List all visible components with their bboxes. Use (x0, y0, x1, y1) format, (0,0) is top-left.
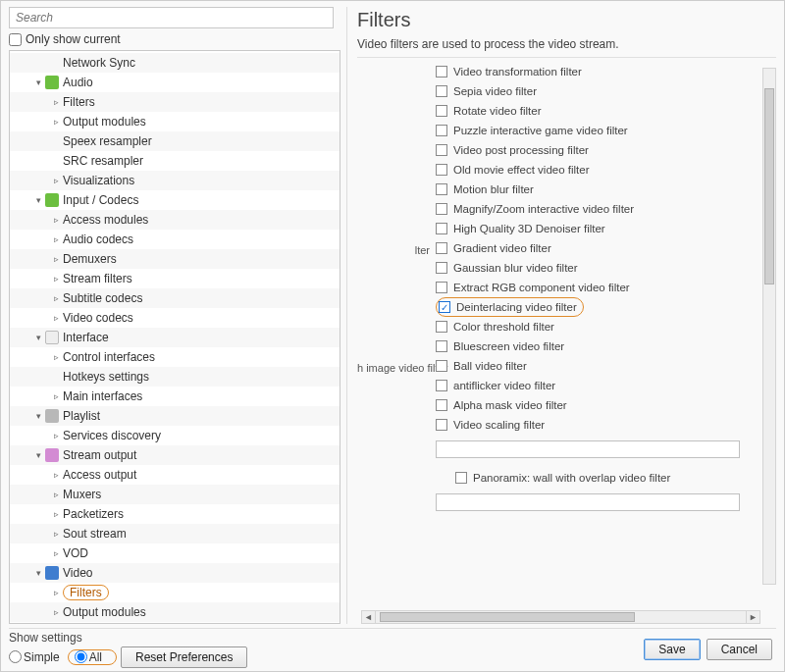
filter-checkbox-row[interactable]: Video transformation filter (436, 62, 776, 81)
checkbox-icon[interactable] (436, 262, 447, 274)
filter-checkbox-row[interactable]: Rotate video filter (436, 101, 776, 121)
expand-arrow-icon[interactable]: ▹ (51, 529, 61, 539)
tree-item[interactable]: Network Sync (10, 53, 340, 73)
tree-item[interactable]: ▹Subtitles / OSD (10, 622, 340, 624)
checkbox-icon[interactable] (436, 183, 447, 195)
filter-checkbox-row[interactable]: antiflicker video filter (436, 376, 776, 395)
expand-arrow-icon[interactable]: ▹ (51, 431, 61, 440)
filter-checkbox-row[interactable]: Magnify/Zoom interactive video filter (436, 199, 776, 219)
only-show-current-box[interactable] (9, 33, 22, 46)
filter-checkbox-row[interactable]: Video scaling filter (436, 415, 776, 435)
checkbox-icon[interactable] (436, 380, 447, 391)
only-show-current-checkbox[interactable]: Only show current (9, 32, 340, 46)
expand-arrow-icon[interactable]: ▹ (51, 352, 61, 362)
tree-item[interactable]: ▹Access modules (10, 210, 340, 230)
checkbox-icon[interactable] (436, 399, 447, 411)
filter-checkbox-row[interactable]: Old movie effect video filter (436, 160, 776, 180)
checkbox-icon[interactable] (436, 340, 447, 352)
checkbox-icon[interactable] (436, 242, 447, 254)
checkbox-icon[interactable] (436, 66, 447, 78)
tree-item[interactable]: ▹Filters (10, 583, 340, 602)
tree-item[interactable]: ▾Interface (10, 328, 340, 347)
filter-checkbox-row[interactable]: Color threshold filter (436, 317, 776, 336)
radio-all-input[interactable] (75, 650, 87, 663)
tree-item[interactable]: SRC resampler (10, 151, 340, 171)
tree-item[interactable]: ▹Subtitle codecs (10, 288, 340, 308)
tree-item[interactable]: ▾Audio (10, 73, 340, 92)
filter-checkbox-row[interactable]: Motion blur filter (436, 180, 776, 199)
scroll-right-icon[interactable]: ► (746, 611, 759, 623)
horizontal-scrollbar[interactable]: ◄ ► (361, 610, 760, 624)
filter-checkbox-row[interactable]: ✓Deinterlacing video filter (436, 297, 584, 317)
checkbox-icon[interactable] (436, 321, 447, 333)
expand-arrow-icon[interactable]: ▹ (51, 117, 61, 127)
expand-arrow-icon[interactable]: ▹ (51, 97, 61, 107)
tree-item[interactable]: ▹Sout stream (10, 524, 340, 543)
tree-item[interactable]: ▹Access output (10, 465, 340, 485)
tree-item[interactable]: ▹Output modules (10, 602, 340, 622)
expand-arrow-icon[interactable]: ▾ (33, 195, 43, 205)
radio-simple[interactable]: Simple (9, 650, 60, 664)
filter-checkbox-row[interactable]: Gradient video filter (436, 238, 776, 258)
tree-item[interactable]: ▹Muxers (10, 485, 340, 504)
expand-arrow-icon[interactable]: ▹ (51, 588, 61, 597)
filter-checkbox-row[interactable]: High Quality 3D Denoiser filter (436, 219, 776, 238)
checkbox-icon[interactable] (436, 125, 447, 136)
tree-item[interactable]: ▹Main interfaces (10, 387, 340, 406)
filter-checkbox-row[interactable]: Gaussian blur video filter (436, 258, 776, 278)
filter-checkbox-row[interactable]: Alpha mask video filter (436, 395, 776, 415)
cancel-button[interactable]: Cancel (706, 639, 772, 660)
save-button[interactable]: Save (644, 639, 700, 660)
expand-arrow-icon[interactable]: ▹ (51, 274, 61, 284)
search-input[interactable] (9, 7, 334, 28)
filter-text-input[interactable] (436, 493, 740, 511)
tree-item[interactable]: ▾Input / Codecs (10, 190, 340, 210)
expand-arrow-icon[interactable]: ▹ (51, 215, 61, 225)
checkbox-icon[interactable] (436, 282, 447, 293)
tree-item[interactable]: ▹Output modules (10, 112, 340, 131)
expand-arrow-icon[interactable]: ▹ (51, 391, 61, 401)
expand-arrow-icon[interactable]: ▹ (51, 607, 61, 617)
tree-item[interactable]: ▾Video (10, 563, 340, 583)
expand-arrow-icon[interactable]: ▹ (51, 176, 61, 185)
tree-item[interactable]: Speex resampler (10, 131, 340, 151)
tree-item[interactable]: ▹Video codecs (10, 308, 340, 328)
filter-checkbox-row[interactable]: Ball video filter (436, 356, 776, 376)
filter-checkbox-row[interactable]: Bluescreen video filter (436, 336, 776, 356)
checkbox-icon[interactable] (436, 85, 447, 97)
radio-all[interactable]: All (75, 650, 102, 664)
expand-arrow-icon[interactable]: ▾ (33, 333, 43, 342)
checkbox-icon[interactable] (436, 105, 447, 117)
tree-item[interactable]: ▹Audio codecs (10, 230, 340, 249)
checkbox-icon[interactable] (436, 144, 447, 156)
expand-arrow-icon[interactable]: ▹ (51, 254, 61, 264)
settings-tree[interactable]: Network Sync▾Audio▹Filters▹Output module… (9, 50, 340, 624)
vertical-scrollbar[interactable] (762, 68, 776, 585)
reset-preferences-button[interactable]: Reset Preferences (121, 646, 247, 668)
expand-arrow-icon[interactable]: ▹ (51, 234, 61, 244)
tree-item[interactable]: Hotkeys settings (10, 367, 340, 387)
scrollbar-thumb[interactable] (764, 88, 774, 284)
checkbox-icon[interactable] (455, 472, 467, 484)
tree-item[interactable]: ▹Demuxers (10, 249, 340, 269)
tree-item[interactable]: ▹VOD (10, 543, 340, 563)
scrollbar-thumb[interactable] (380, 612, 635, 622)
tree-item[interactable]: ▹Control interfaces (10, 347, 340, 367)
expand-arrow-icon[interactable]: ▹ (51, 548, 61, 558)
checkbox-icon[interactable] (436, 164, 447, 176)
panoramix-checkbox-row[interactable]: Panoramix: wall with overlap video filte… (455, 468, 776, 488)
tree-item[interactable]: ▹Visualizations (10, 171, 340, 190)
filter-text-input[interactable] (436, 440, 740, 458)
expand-arrow-icon[interactable]: ▹ (51, 470, 61, 480)
expand-arrow-icon[interactable]: ▹ (51, 313, 61, 323)
filter-checkbox-row[interactable]: Puzzle interactive game video filter (436, 121, 776, 140)
scroll-left-icon[interactable]: ◄ (362, 611, 376, 623)
expand-arrow-icon[interactable]: ▾ (33, 411, 43, 421)
tree-item[interactable]: ▾Playlist (10, 406, 340, 426)
tree-item[interactable]: ▹Packetizers (10, 504, 340, 524)
tree-item[interactable]: ▹Stream filters (10, 269, 340, 288)
radio-simple-input[interactable] (9, 650, 22, 663)
tree-item[interactable]: ▹Services discovery (10, 426, 340, 445)
checkbox-icon[interactable] (436, 419, 447, 431)
expand-arrow-icon[interactable]: ▹ (51, 509, 61, 519)
